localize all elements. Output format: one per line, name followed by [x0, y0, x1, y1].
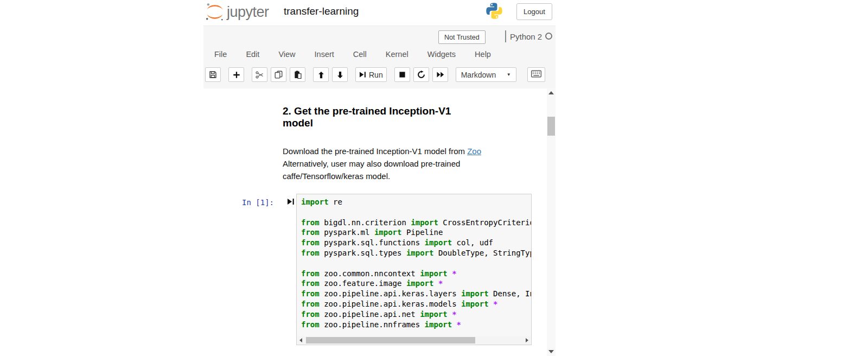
keyboard-icon: [531, 70, 541, 80]
menu-item-view[interactable]: View: [277, 49, 296, 60]
kernel-divider: [505, 30, 506, 42]
code-cell-editor[interactable]: import re from bigdl.nn.criterion import…: [296, 194, 532, 345]
python-icon: [486, 3, 502, 19]
menu-item-help[interactable]: Help: [474, 49, 492, 60]
run-cell-play-icon[interactable]: [287, 198, 295, 208]
jupyter-logo-icon: [205, 2, 225, 24]
code-line: from pyspark.ml import Pipeline: [301, 228, 531, 238]
jupyter-notebook-app: jupyter transfer-learning Logout Not Tru…: [203, 0, 556, 356]
cut-icon: [256, 71, 264, 79]
markdown-paragraph[interactable]: Download the pre-trained Inception-V1 mo…: [283, 145, 510, 182]
arrow-up-icon: [317, 71, 325, 79]
paragraph-text: Download the pre-trained Inception-V1 mo…: [283, 147, 467, 156]
menu-item-insert[interactable]: Insert: [314, 49, 335, 60]
run-icon: [359, 71, 366, 78]
add-cell-button[interactable]: [228, 67, 244, 82]
menubar: FileEditViewInsertCellKernelWidgetsHelp: [213, 49, 492, 60]
horizontal-scrollbar-thumb[interactable]: [306, 337, 475, 344]
restart-kernel-button[interactable]: [413, 67, 429, 82]
toolbar: Run Markdown ▼: [205, 67, 545, 82]
paste-cell-button[interactable]: [290, 67, 305, 82]
scroll-left-icon[interactable]: [299, 338, 302, 342]
cell-type-select[interactable]: Markdown ▼: [456, 67, 516, 82]
jupyter-logo[interactable]: jupyter: [205, 2, 269, 24]
vertical-scrollbar[interactable]: [547, 88, 556, 356]
copy-icon: [275, 71, 283, 79]
header: jupyter transfer-learning Logout: [203, 0, 556, 26]
code-line: import re: [301, 198, 531, 208]
scroll-down-icon[interactable]: [548, 350, 554, 353]
code-line: from pyspark.sql.functions import col, u…: [301, 238, 531, 249]
markdown-paragraph-line: caffe/Tensorflow/keras model.: [283, 170, 510, 182]
chrome-band: Not Trusted Python 2 FileEditViewInsertC…: [203, 26, 556, 88]
cell-input-prompt: In [1]:: [242, 198, 274, 207]
vertical-scrollbar-thumb[interactable]: [547, 117, 555, 136]
notebook-title[interactable]: transfer-learning: [284, 5, 359, 17]
paste-icon: [294, 71, 302, 79]
code-line: from zoo.feature.image import *: [301, 279, 531, 289]
code-line: from zoo.common.nncontext import *: [301, 269, 531, 279]
kernel-name: Python 2: [510, 32, 542, 41]
move-cell-up-button[interactable]: [313, 67, 329, 82]
paragraph-text: Alternatively, user may also download pr…: [283, 159, 460, 168]
run-cell-button-label: Run: [369, 71, 383, 79]
fast-forward-icon: [436, 71, 444, 78]
restart-run-all-button[interactable]: [432, 67, 448, 82]
logout-button[interactable]: Logout: [516, 3, 552, 20]
cut-cell-button[interactable]: [252, 67, 267, 82]
markdown-paragraph-line: Download the pre-trained Inception-V1 mo…: [283, 145, 510, 157]
markdown-paragraph-line: Alternatively, user may also download pr…: [283, 157, 510, 170]
horizontal-scrollbar[interactable]: [297, 336, 531, 344]
menu-item-widgets[interactable]: Widgets: [426, 49, 457, 60]
menu-item-file[interactable]: File: [213, 49, 228, 60]
restart-icon: [417, 71, 425, 79]
scroll-up-icon[interactable]: [548, 91, 554, 94]
stop-icon: [399, 71, 406, 78]
menu-item-kernel[interactable]: Kernel: [385, 49, 410, 60]
add-cell-icon: [233, 71, 240, 79]
interrupt-kernel-button[interactable]: [394, 67, 410, 82]
zoo-link[interactable]: Zoo: [467, 147, 481, 156]
run-cell-button[interactable]: Run: [355, 67, 387, 82]
arrow-down-icon: [336, 71, 344, 79]
menu-item-edit[interactable]: Edit: [245, 49, 260, 60]
jupyter-wordmark: jupyter: [227, 4, 269, 21]
code-line: [301, 208, 531, 218]
kernel-idle-circle-icon: [545, 33, 552, 40]
code-line: from pyspark.sql.types import DoubleType…: [301, 249, 531, 259]
menu-item-cell[interactable]: Cell: [352, 49, 368, 60]
move-cell-down-button[interactable]: [332, 67, 348, 82]
code-line: from zoo.pipeline.api.keras.models impor…: [301, 300, 531, 310]
toolbar-buttons: Run: [205, 67, 451, 82]
code-line: [301, 259, 531, 269]
code-line: from zoo.pipeline.nnframes import *: [301, 320, 531, 330]
code-lines: import re from bigdl.nn.criterion import…: [301, 198, 531, 330]
code-line: from bigdl.nn.criterion import CrossEntr…: [301, 218, 531, 228]
code-line: from zoo.pipeline.api.net import *: [301, 310, 531, 320]
chevron-down-icon: ▼: [507, 72, 511, 77]
open-command-palette-button[interactable]: [527, 67, 545, 82]
markdown-heading[interactable]: 2. Get the pre-trained Inception-V1 mode…: [283, 105, 478, 129]
save-button[interactable]: [205, 67, 221, 82]
scroll-right-icon[interactable]: [526, 338, 528, 342]
notebook-area: 2. Get the pre-trained Inception-V1 mode…: [203, 88, 556, 356]
not-trusted-button[interactable]: Not Trusted: [438, 30, 486, 44]
paragraph-text: caffe/Tensorflow/keras model.: [283, 171, 390, 181]
save-icon: [209, 71, 217, 79]
code-line: from zoo.pipeline.api.keras.layers impor…: [301, 289, 531, 300]
copy-cell-button[interactable]: [271, 67, 286, 82]
cell-type-value: Markdown: [461, 71, 496, 79]
